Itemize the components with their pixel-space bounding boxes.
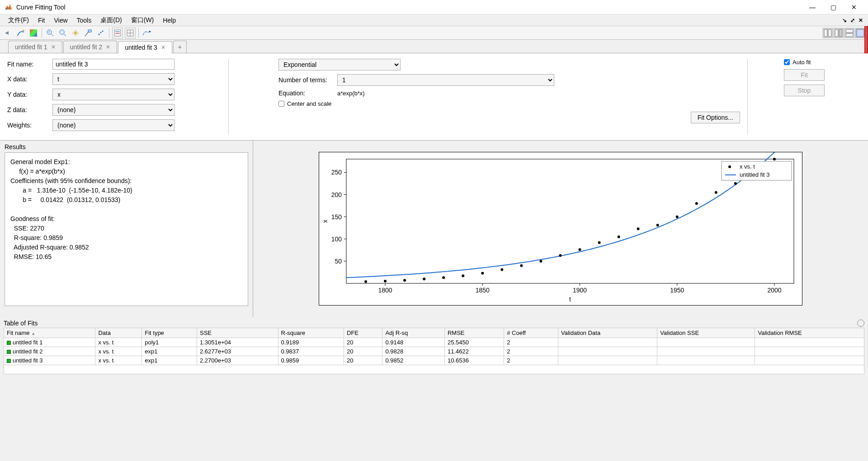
panel-close-icon[interactable]: ✕ (857, 17, 864, 24)
svg-text:+: + (22, 29, 25, 33)
new-fit-icon[interactable]: + (15, 28, 26, 38)
col-header[interactable]: # Coeff (504, 328, 558, 338)
table-row[interactable]: untitled fit 1x vs. tpoly11.3051e+040.91… (4, 338, 864, 347)
col-header[interactable]: Validation SSE (657, 328, 755, 338)
plus-icon: + (178, 43, 182, 51)
undock-icon[interactable]: ⤢ (849, 17, 856, 24)
layout-2col-icon[interactable] (834, 28, 844, 38)
grid-icon[interactable] (125, 28, 136, 38)
svg-point-56 (500, 268, 503, 271)
svg-rect-23 (846, 29, 853, 33)
weights-select[interactable]: (none) (52, 119, 175, 131)
table-row[interactable]: untitled fit 3x vs. texp12.2700e+030.985… (4, 356, 864, 365)
fitname-label: Fit name: (7, 61, 52, 68)
layout-single-icon[interactable] (855, 28, 865, 38)
svg-text:-: - (61, 29, 62, 34)
svg-text:250: 250 (331, 169, 342, 176)
fit-status-icon (7, 341, 11, 345)
zoom-out-icon[interactable]: - (57, 28, 68, 38)
pan-icon[interactable] (70, 28, 81, 38)
col-header[interactable]: Fit name ▲ (4, 328, 95, 338)
maximize-panel-icon[interactable] (857, 320, 864, 327)
menu-help[interactable]: Help (158, 16, 180, 25)
tab-fit-3[interactable]: untitled fit 3 ✕ (118, 41, 172, 53)
tab-fit-2[interactable]: untitled fit 2 ✕ (63, 41, 118, 53)
fit-button[interactable]: Fit (784, 69, 825, 81)
svg-point-11 (100, 32, 102, 33)
menu-view[interactable]: View (49, 16, 72, 25)
col-header[interactable]: Data (95, 328, 142, 338)
menu-fit[interactable]: Fit (33, 16, 50, 25)
svg-point-70 (773, 158, 776, 160)
svg-line-6 (64, 34, 66, 36)
tab-fit-1[interactable]: untitled fit 1 ✕ (8, 41, 62, 53)
tab-add[interactable]: + (173, 41, 187, 53)
close-button[interactable]: ✕ (844, 0, 864, 14)
ydata-select[interactable]: x (52, 89, 175, 100)
svg-point-54 (462, 274, 464, 277)
svg-line-3 (51, 34, 53, 36)
svg-point-65 (676, 216, 679, 218)
tof-heading: Table of Fits (4, 320, 38, 327)
col-header[interactable]: DFE (344, 328, 382, 338)
fit-options-button[interactable]: Fit Options... (691, 112, 740, 123)
fits-table[interactable]: Fit name ▲DataFit typeSSER-squareDFEAdj … (4, 328, 864, 365)
menu-file[interactable]: 文件(F) (4, 15, 33, 25)
autofit-label: Auto fit (793, 59, 811, 66)
minimize-button[interactable]: — (802, 0, 823, 14)
legend-icon[interactable] (112, 28, 123, 38)
xdata-select[interactable]: t (52, 73, 175, 85)
fit-chart[interactable]: 1800185019001950200050100150200250txx vs… (319, 152, 802, 306)
svg-point-63 (637, 227, 640, 230)
exclude-outliers-icon[interactable] (95, 28, 106, 38)
svg-text:+: + (48, 30, 50, 34)
svg-point-61 (598, 241, 601, 244)
col-header[interactable]: Validation RMSE (755, 328, 864, 338)
data-cursor-icon[interactable] (83, 28, 94, 38)
svg-rect-22 (839, 29, 842, 37)
axes-limits-icon[interactable] (142, 28, 152, 38)
svg-text:x: x (321, 220, 329, 223)
svg-point-64 (656, 224, 659, 226)
col-header[interactable]: Adj R-sq (382, 328, 445, 338)
close-icon[interactable]: ✕ (51, 44, 56, 50)
svg-text:1850: 1850 (476, 287, 490, 294)
col-header[interactable]: Validation Data (558, 328, 657, 338)
col-header[interactable]: Fit type (142, 328, 197, 338)
close-icon[interactable]: ✕ (161, 44, 165, 51)
menu-tools[interactable]: Tools (72, 16, 96, 25)
nterms-select[interactable]: 1 (337, 74, 554, 86)
col-header[interactable]: SSE (197, 328, 278, 338)
weights-label: Weights: (7, 122, 52, 129)
zoom-in-icon[interactable]: + (45, 28, 56, 38)
menu-desktop[interactable]: 桌面(D) (96, 15, 126, 25)
svg-text:100: 100 (331, 235, 342, 243)
svg-rect-25 (857, 29, 864, 37)
xdata-label: X data: (7, 75, 52, 83)
center-scale-checkbox[interactable] (278, 101, 284, 107)
col-header[interactable]: R-square (278, 328, 344, 338)
svg-text:1900: 1900 (573, 287, 587, 294)
table-row[interactable]: untitled fit 2x vs. texp12.6277e+030.983… (4, 347, 864, 356)
layout-1x1-icon[interactable] (823, 28, 833, 38)
equation-label: Equation: (278, 89, 337, 97)
autofit-checkbox[interactable] (784, 59, 790, 65)
menu-window[interactable]: 窗口(W) (127, 15, 159, 25)
colormap-icon[interactable] (28, 28, 39, 38)
scrollbar-handle[interactable] (864, 26, 868, 53)
fittype-select[interactable]: Exponential (278, 59, 401, 71)
zdata-select[interactable]: (none) (52, 104, 175, 116)
dock-arrow-icon[interactable]: ↘ (841, 17, 848, 24)
svg-rect-21 (835, 29, 838, 37)
close-icon[interactable]: ✕ (106, 44, 110, 50)
col-header[interactable]: RMSE (444, 328, 504, 338)
svg-point-51 (403, 279, 406, 282)
svg-text:200: 200 (331, 191, 342, 198)
maximize-button[interactable]: ▢ (823, 0, 844, 14)
fit-status-icon (7, 350, 11, 354)
fitname-input[interactable] (52, 59, 175, 70)
undo-arrow-icon[interactable] (3, 28, 14, 38)
svg-line-9 (85, 32, 89, 36)
stop-button[interactable]: Stop (784, 85, 825, 96)
layout-2row-icon[interactable] (844, 28, 854, 38)
